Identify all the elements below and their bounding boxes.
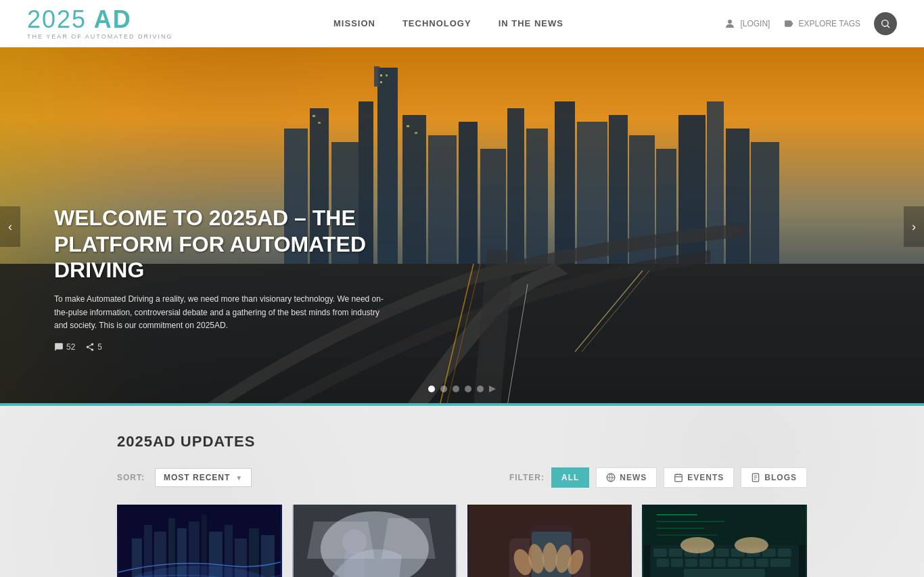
sort-label: SORT: [117, 473, 145, 482]
filter-all-button[interactable]: ALL [551, 467, 589, 488]
svg-rect-30 [318, 122, 321, 124]
card-2[interactable]: JAN 11, 2016 0 3 THE CAR AS [292, 505, 457, 577]
card-4-image [642, 505, 807, 577]
filter-events-label: EVENTS [687, 473, 724, 482]
logo[interactable]: 2025 AD THE YEAR OF AUTOMATED DRIVING [27, 7, 173, 40]
svg-rect-96 [742, 559, 754, 567]
filter-events-button[interactable]: EVENTS [664, 467, 734, 488]
hero-description: To make Automated Driving a reality, we … [54, 293, 392, 332]
hero-dot-4[interactable] [465, 386, 471, 392]
svg-rect-50 [144, 525, 152, 577]
svg-rect-11 [402, 115, 426, 264]
updates-title: 2025AD UPDATES [117, 433, 807, 451]
card-1-img-placeholder [117, 505, 282, 577]
svg-rect-12 [428, 135, 457, 264]
filter-blogs-label: BLOGS [764, 473, 797, 482]
svg-rect-13 [459, 122, 478, 264]
svg-rect-40 [675, 474, 683, 482]
login-label: [LOGIN] [740, 19, 770, 28]
svg-rect-82 [669, 549, 683, 557]
sort-arrow-icon: ▼ [235, 474, 243, 482]
svg-rect-28 [386, 74, 388, 76]
hero-content: WELCOME TO 2025AD – THE PLATFORM FOR AUT… [54, 205, 392, 352]
svg-rect-29 [313, 115, 315, 117]
svg-rect-15 [507, 108, 524, 264]
nav-in-the-news[interactable]: IN THE NEWS [499, 18, 563, 28]
card-2-img-placeholder [292, 505, 457, 577]
svg-rect-93 [699, 559, 712, 567]
hero-dot-play[interactable] [489, 386, 496, 392]
search-button[interactable] [874, 12, 897, 35]
nav-mission[interactable]: MISSION [333, 18, 375, 28]
hero-share-count: 5 [97, 342, 102, 352]
hero-comment-count: 52 [66, 342, 75, 352]
explore-tags-label: EXPLORE TAGS [798, 19, 860, 28]
svg-rect-59 [249, 528, 259, 577]
svg-rect-14 [480, 149, 506, 264]
svg-rect-95 [728, 559, 740, 567]
svg-rect-85 [716, 549, 729, 557]
hero-dot-1[interactable] [428, 386, 435, 392]
svg-rect-90 [657, 559, 669, 567]
svg-rect-94 [714, 559, 726, 567]
card-3[interactable]: JAN 11, 2016 0 0 NETFLIX, S [467, 505, 632, 577]
hero-dot-3[interactable] [453, 386, 459, 392]
hero-bottom-bar [0, 403, 924, 406]
filter-news-label: NEWS [620, 473, 647, 482]
hero-prev-button[interactable]: ‹ [0, 206, 20, 247]
hero-dot-2[interactable] [440, 386, 447, 392]
logo-subtitle: THE YEAR OF AUTOMATED DRIVING [27, 33, 173, 40]
hero-dot-5[interactable] [477, 386, 484, 392]
svg-rect-18 [577, 122, 607, 264]
svg-rect-32 [415, 132, 417, 134]
svg-rect-31 [407, 125, 409, 127]
svg-point-1 [882, 20, 888, 26]
svg-rect-102 [643, 505, 806, 545]
filter-blogs-button[interactable]: BLOGS [741, 467, 807, 488]
nav-technology[interactable]: TECHNOLOGY [402, 18, 471, 28]
svg-rect-78 [468, 505, 630, 577]
hero-stats: 52 5 [54, 342, 392, 352]
svg-rect-60 [261, 535, 275, 577]
hero-section: ‹ WELCOME TO 2025AD – THE PLATFORM FOR A… [0, 47, 924, 406]
svg-rect-27 [380, 81, 382, 83]
cards-grid: JAN 11, 2016 5 0 A TALE OF [117, 505, 807, 577]
svg-point-0 [728, 20, 732, 24]
updates-controls: SORT: MOST RECENT ▼ FILTER: ALL NEWS EVE… [117, 467, 807, 488]
card-4[interactable]: JAN 11, 2016 0 2 HACKING AT [642, 505, 807, 577]
svg-rect-67 [294, 505, 456, 577]
svg-rect-10 [374, 66, 379, 87]
svg-rect-99 [684, 569, 765, 577]
updates-section: 2025AD UPDATES SORT: MOST RECENT ▼ FILTE… [0, 406, 924, 577]
svg-rect-16 [526, 129, 548, 264]
card-1[interactable]: JAN 11, 2016 5 0 A TALE OF [117, 505, 282, 577]
svg-rect-97 [756, 559, 768, 567]
svg-rect-91 [671, 559, 683, 567]
filter-area: FILTER: ALL NEWS EVENTS BLOGS [509, 467, 807, 488]
hero-next-button[interactable]: › [904, 206, 924, 247]
svg-rect-17 [555, 101, 575, 264]
sort-area: SORT: MOST RECENT ▼ [117, 468, 252, 487]
svg-rect-49 [132, 538, 142, 577]
svg-rect-24 [726, 129, 749, 264]
card-3-img-placeholder [467, 505, 632, 577]
card-1-image [117, 505, 282, 577]
filter-news-button[interactable]: NEWS [596, 467, 657, 488]
sort-dropdown[interactable]: MOST RECENT ▼ [155, 468, 252, 487]
hero-comments-stat: 52 [54, 342, 75, 352]
svg-rect-98 [770, 559, 791, 567]
card-2-image [292, 505, 457, 577]
header-right: [LOGIN] EXPLORE TAGS [724, 12, 897, 35]
main-nav: MISSION TECHNOLOGY IN THE NEWS [333, 18, 563, 28]
site-header: 2025 AD THE YEAR OF AUTOMATED DRIVING MI… [0, 0, 924, 47]
svg-rect-81 [653, 549, 667, 557]
hero-shares-stat: 5 [85, 342, 102, 352]
svg-rect-26 [380, 74, 382, 76]
logo-text: 2025 AD [27, 7, 173, 32]
filter-label: FILTER: [509, 473, 545, 482]
explore-tags-button[interactable]: EXPLORE TAGS [783, 18, 860, 29]
login-button[interactable]: [LOGIN] [724, 18, 770, 30]
hero-dots [428, 386, 496, 392]
sort-value: MOST RECENT [164, 473, 230, 482]
card-4-img-placeholder [642, 505, 807, 577]
